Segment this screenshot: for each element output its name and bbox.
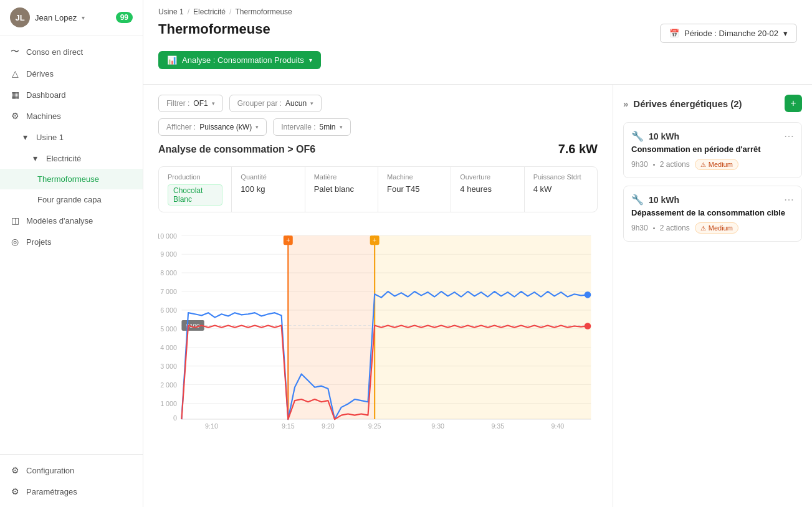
sidebar-item-label: Four grande capa xyxy=(37,195,102,204)
warning-icon: ⚠ xyxy=(700,225,706,232)
svg-text:7 000: 7 000 xyxy=(160,288,177,295)
prod-label: Ouverture xyxy=(460,173,515,181)
panel-add-button[interactable]: + xyxy=(785,95,802,112)
production-row: Production Chocolat Blanc Quantité 100 k… xyxy=(158,166,598,212)
chevron-down-icon: ▾ xyxy=(309,57,312,64)
svg-text:+: + xyxy=(286,236,290,244)
derive-menu-button-2[interactable]: ⋯ xyxy=(784,194,794,206)
analysis-button[interactable]: 📊 Analyse : Consommation Produits ▾ xyxy=(158,51,321,69)
notification-badge: 99 xyxy=(116,12,133,23)
svg-text:9:20: 9:20 xyxy=(322,422,335,430)
svg-text:2 000: 2 000 xyxy=(160,381,177,389)
sidebar-item-conso[interactable]: 〜 Conso en direct xyxy=(0,40,143,63)
sidebar-item-label: Paramétrages xyxy=(26,487,77,496)
derive-icon-1: 🔧 xyxy=(631,130,644,142)
prod-label: Matière xyxy=(314,173,369,181)
configuration-icon: ⚙ xyxy=(10,465,20,475)
filter-grouper-button[interactable]: Grouper par : Aucun ▾ xyxy=(229,95,322,112)
sidebar-item-parametrages[interactable]: ⚙ Paramétrages xyxy=(0,481,143,502)
avatar: JL xyxy=(10,7,30,27)
sidebar-item-label: Configuration xyxy=(26,466,74,475)
chart-icon: 📊 xyxy=(167,55,177,65)
prod-value-production: Chocolat Blanc xyxy=(168,184,222,206)
svg-text:9:10: 9:10 xyxy=(205,422,218,430)
page-title: Thermoformeuse xyxy=(158,21,270,37)
svg-text:1 000: 1 000 xyxy=(160,400,177,407)
derive-time-2: 9h30 xyxy=(631,224,648,232)
breadcrumb: Usine 1 / Electricité / Thermoformeuse xyxy=(158,7,797,16)
derive-card-1: 🔧 10 kWh ⋯ Consommation en période d'arr… xyxy=(623,122,802,178)
user-menu[interactable]: JL Jean Lopez ▾ xyxy=(10,7,85,27)
dot-1 xyxy=(653,164,655,166)
breadcrumb-thermoformeuse[interactable]: Thermoformeuse xyxy=(235,7,292,16)
prod-value-ouverture: 4 heures xyxy=(460,184,515,194)
filter-of-button[interactable]: Filtrer : OF1 ▾ xyxy=(158,95,223,112)
svg-text:9:25: 9:25 xyxy=(368,422,381,430)
period-label: Période : Dimanche 20-02 xyxy=(684,29,778,38)
badge-label-2: Medium xyxy=(709,224,733,232)
sidebar-item-machines[interactable]: ⚙ Machines xyxy=(0,105,143,126)
svg-text:9:30: 9:30 xyxy=(431,422,444,430)
prod-label: Production xyxy=(168,173,222,181)
filter-intervalle-button[interactable]: Intervalle : 5min ▾ xyxy=(273,118,350,136)
breadcrumb-usine[interactable]: Usine 1 xyxy=(158,7,184,16)
panel-title-text: Dérives énergétiques (2) xyxy=(633,98,742,109)
projets-icon: ◎ xyxy=(10,237,20,247)
prod-value-puissance: 4 kW xyxy=(533,184,588,194)
sidebar-item-electricite[interactable]: ▾ Electricité xyxy=(0,148,143,169)
filters-row: Filtrer : OF1 ▾ Grouper par : Aucun ▾ xyxy=(158,95,598,112)
badge-label-1: Medium xyxy=(709,161,733,168)
sidebar-header: JL Jean Lopez ▾ 99 xyxy=(0,0,143,36)
prod-field-quantite: Quantité 100 kg xyxy=(232,167,305,212)
prod-value-matiere: Palet blanc xyxy=(314,184,369,194)
derive-actions-2: 2 actions xyxy=(660,224,690,232)
chevron-down-icon: ▾ xyxy=(783,29,788,38)
sidebar-item-configuration[interactable]: ⚙ Configuration xyxy=(0,460,143,481)
svg-point-41 xyxy=(585,323,591,329)
sidebar-item-derives[interactable]: △ Dérives xyxy=(0,63,143,84)
panel-title: » Dérives énergétiques (2) xyxy=(623,98,742,109)
sidebar-item-label: Dérives xyxy=(26,69,54,78)
sidebar-item-four[interactable]: Four grande capa xyxy=(0,189,143,210)
content-area: Filtrer : OF1 ▾ Grouper par : Aucun ▾ Af… xyxy=(143,85,812,507)
chart-title: Analyse de consommation > OF6 xyxy=(158,144,315,155)
chart-header: Analyse de consommation > OF6 7.6 kW xyxy=(158,142,598,156)
svg-text:4 000: 4 000 xyxy=(160,344,177,351)
svg-text:6 000: 6 000 xyxy=(160,306,177,314)
chevron-down-icon: ▾ xyxy=(256,124,259,130)
prod-value-quantite: 100 kg xyxy=(241,184,295,194)
period-button[interactable]: 📅 Période : Dimanche 20-02 ▾ xyxy=(660,24,797,43)
derive-menu-button-1[interactable]: ⋯ xyxy=(784,130,794,142)
collapse-icon: ▾ xyxy=(30,153,40,163)
derive-actions-1: 2 actions xyxy=(660,160,690,169)
chevron-down-icon: ▾ xyxy=(340,124,343,130)
sidebar-item-label: Machines xyxy=(26,111,61,121)
panel-header: » Dérives énergétiques (2) + xyxy=(623,95,802,112)
filters-row-2: Afficher : Puissance (kW) ▾ Intervalle :… xyxy=(158,118,598,136)
derive-meta-1: 9h30 2 actions ⚠ Medium xyxy=(631,159,794,170)
chevron-down-icon: ▾ xyxy=(212,100,215,107)
sidebar-item-label: Conso en direct xyxy=(26,47,83,57)
prod-field-ouverture: Ouverture 4 heures xyxy=(451,167,524,212)
chart-svg: 10 000 9 000 8 000 7 000 6 000 5 000 4 0… xyxy=(158,225,598,437)
svg-text:8 000: 8 000 xyxy=(160,269,177,277)
prod-field-machine: Machine Four T45 xyxy=(378,167,451,212)
svg-text:3 000: 3 000 xyxy=(160,362,177,370)
breadcrumb-electricite[interactable]: Electricité xyxy=(193,7,226,16)
chart-value: 7.6 kW xyxy=(558,142,598,156)
filter-afficher-button[interactable]: Afficher : Puissance (kW) ▾ xyxy=(158,118,267,136)
derive-card-header-1: 🔧 10 kWh ⋯ xyxy=(631,130,794,142)
sidebar-item-thermoformeuse[interactable]: Thermoformeuse xyxy=(0,169,143,189)
sidebar-item-label: Thermoformeuse xyxy=(37,174,99,184)
prod-value-machine: Four T45 xyxy=(387,184,442,194)
sidebar-item-dashboard[interactable]: ▦ Dashboard xyxy=(0,84,143,105)
sidebar-item-usine1[interactable]: ▾ Usine 1 xyxy=(0,126,143,148)
prod-label: Machine xyxy=(387,173,442,181)
derive-time-1: 9h30 xyxy=(631,160,648,169)
analysis-label: Analyse : Consommation Produits xyxy=(182,55,304,65)
derive-meta-2: 9h30 2 actions ⚠ Medium xyxy=(631,222,794,234)
sidebar-item-projets[interactable]: ◎ Projets xyxy=(0,231,143,252)
svg-text:0: 0 xyxy=(173,414,177,422)
prod-field-matiere: Matière Palet blanc xyxy=(305,167,378,212)
sidebar-item-modeles[interactable]: ◫ Modèles d'analyse xyxy=(0,210,143,231)
